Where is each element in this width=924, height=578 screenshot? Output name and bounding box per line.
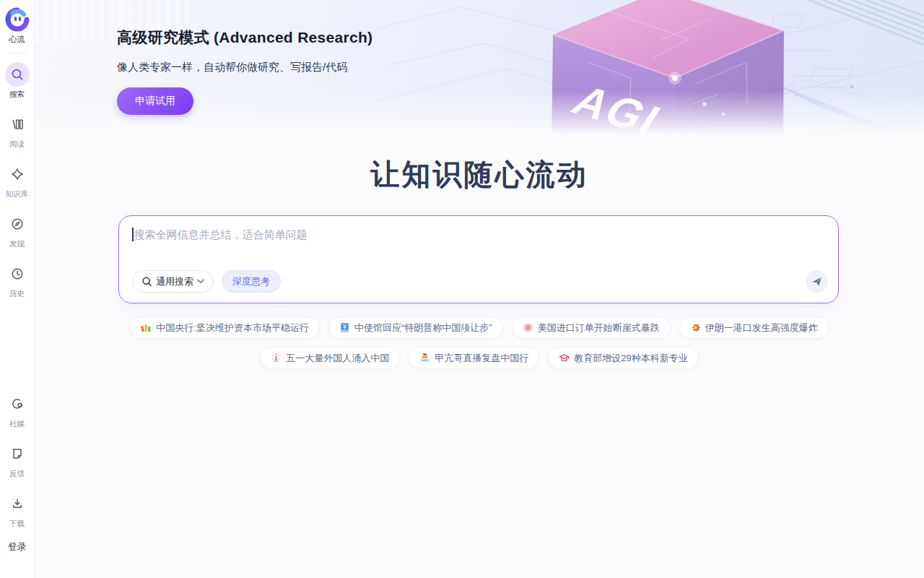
sidebar-item-search[interactable]: 搜索	[5, 62, 30, 100]
suggestion-label: 美国进口订单开始断崖式暴跌	[538, 322, 660, 335]
suggestion-label: 五一大量外国人涌入中国	[286, 352, 389, 365]
sidebar-item-label: 发现	[9, 239, 25, 249]
suggestion-chip[interactable]: 教育部增设29种本科新专业	[548, 347, 698, 369]
apply-trial-button[interactable]: 申请试用	[117, 87, 193, 115]
search-placeholder: 搜索全网信息并总结，适合简单问题	[134, 228, 308, 241]
hero-slogan: 让知识随心流动	[35, 155, 924, 194]
search-mode-label: 通用搜索	[156, 275, 193, 288]
sidebar-item-download[interactable]: 下载	[5, 491, 30, 529]
layers-icon	[419, 353, 430, 363]
suggestion-row-2: 五一大量外国人涌入中国 甲亢哥直播复盘中国行 教育部增设29种本科新专业	[35, 347, 924, 369]
sidebar-item-label: 反馈	[9, 469, 25, 479]
suggestion-label: 中国央行:坚决维护资本市场平稳运行	[156, 322, 309, 335]
sidebar-item-label: 搜索	[9, 90, 25, 100]
suggestion-chip[interactable]: 五一大量外国人涌入中国	[260, 347, 400, 369]
search-panel: 搜索全网信息并总结，适合简单问题 通用搜索 深度思考	[118, 215, 839, 303]
deep-think-toggle[interactable]: 深度思考	[222, 270, 281, 293]
chevron-down-icon	[197, 279, 204, 284]
suggestion-label: 中使馆回应“特朗普称中国须让步”	[354, 322, 492, 335]
sidebar-item-feedback[interactable]: 反馈	[5, 441, 30, 479]
sidebar-divider	[8, 53, 27, 53]
history-clock-icon	[11, 267, 24, 280]
advanced-research-banner: AGI 高级研究模式 (Advanced Research) 像人类专家一样，自…	[35, 0, 924, 134]
sidebar-item-read[interactable]: 阅读	[5, 112, 30, 150]
graduation-cap-icon	[559, 353, 570, 363]
suggestion-label: 教育部增设29种本科新专业	[574, 352, 687, 365]
suggestion-chip[interactable]: 美国进口订单开始断崖式暴跌	[512, 316, 671, 339]
sidebar-item-social-media[interactable]: 社媒	[5, 392, 30, 429]
search-mode-dropdown[interactable]: 通用搜索	[132, 270, 214, 293]
login-button[interactable]: 登录	[8, 541, 26, 553]
pink-coin-icon	[523, 322, 533, 333]
sidebar-item-history[interactable]: 历史	[5, 262, 30, 299]
send-button[interactable]	[806, 270, 828, 293]
sidebar-item-label: 阅读	[9, 139, 25, 150]
banner-title: 高级研究模式 (Advanced Research)	[117, 27, 924, 48]
suggestion-chip[interactable]: 甲亢哥直播复盘中国行	[409, 347, 539, 369]
suggestion-row-1: 中国央行:坚决维护资本市场平稳运行 中使馆回应“特朗普称中国须让步” 美国进口订…	[35, 316, 924, 339]
bar-chart-icon	[141, 322, 152, 333]
blue-ledger-icon	[339, 322, 350, 333]
suggestion-chip[interactable]: 中使馆回应“特朗普称中国须让步”	[328, 316, 503, 339]
knowledge-base-icon	[11, 168, 24, 181]
suggestion-label: 甲亢哥直播复盘中国行	[435, 352, 528, 365]
sidebar: 心流 搜索 阅读 知识库 发现 历史 社媒 反馈 下载 登录	[0, 0, 35, 578]
search-icon	[141, 276, 152, 287]
paper-plane-icon	[811, 275, 823, 288]
search-icon	[11, 68, 24, 81]
tower-icon	[271, 353, 282, 363]
sidebar-item-knowledge-base[interactable]: 知识库	[5, 162, 30, 199]
social-media-icon	[11, 397, 24, 410]
suggestion-label: 伊朗一港口发生高强度爆炸	[705, 322, 818, 335]
sidebar-item-label: 社媒	[9, 419, 25, 429]
search-input[interactable]: 搜索全网信息并总结，适合简单问题	[119, 216, 838, 270]
text-caret	[132, 228, 134, 241]
feedback-icon	[11, 447, 24, 460]
sidebar-item-label: 历史	[9, 289, 25, 299]
app-name: 心流	[9, 34, 25, 45]
app-logo[interactable]: 心流	[5, 7, 30, 45]
read-icon	[11, 118, 24, 131]
sidebar-item-label: 下载	[9, 519, 25, 529]
suggestion-chip[interactable]: 中国央行:坚决维护资本市场平稳运行	[130, 316, 320, 339]
banner-subtitle: 像人类专家一样，自动帮你做研究、写报告/代码	[117, 61, 924, 74]
suggestion-chip[interactable]: 伊朗一港口发生高强度爆炸	[679, 316, 829, 339]
download-icon	[11, 497, 24, 510]
discover-compass-icon	[11, 217, 24, 230]
sidebar-item-label: 知识库	[6, 189, 29, 199]
xinliu-logo-icon	[5, 7, 30, 32]
explosion-icon	[690, 322, 701, 333]
sidebar-item-discover[interactable]: 发现	[5, 212, 30, 249]
